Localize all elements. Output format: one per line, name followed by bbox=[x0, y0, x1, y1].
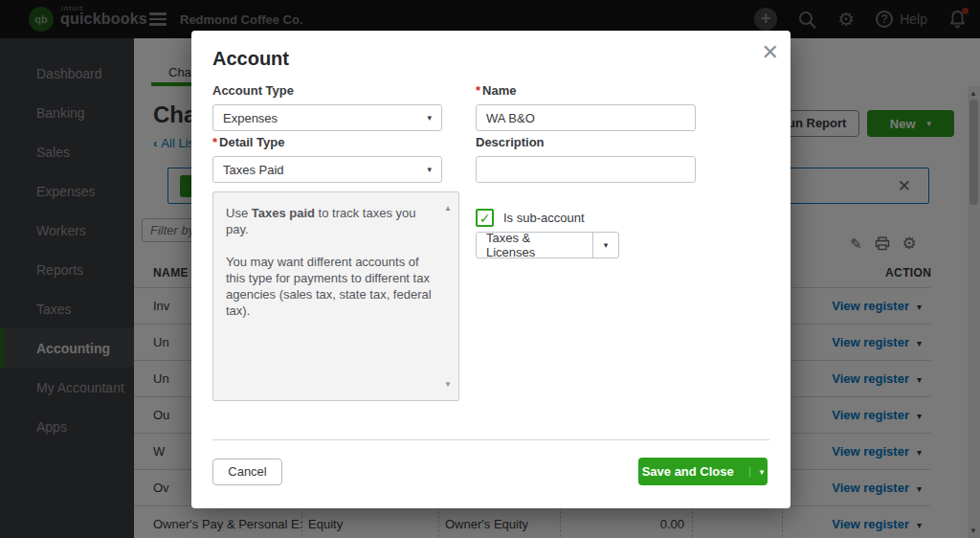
required-asterisk: * bbox=[212, 135, 217, 149]
parent-account-dropdown[interactable]: Taxes & Licenses ▾ bbox=[476, 232, 619, 258]
footer-divider bbox=[212, 439, 769, 440]
detail-type-help-text: ▲ Use Taxes paid to track taxes you pay.… bbox=[212, 191, 459, 401]
is-sub-account-label: Is sub-account bbox=[503, 211, 585, 225]
detail-type-label: *Detail Type bbox=[212, 135, 284, 149]
description-input[interactable] bbox=[476, 156, 696, 183]
is-sub-account-checkbox[interactable]: ✓ bbox=[476, 209, 494, 227]
save-and-close-button[interactable]: Save and Close ▾ bbox=[638, 458, 768, 485]
detail-type-dropdown[interactable]: Taxes Paid ▾ bbox=[212, 156, 442, 183]
account-type-label: Account Type bbox=[212, 83, 294, 98]
name-label: *Name bbox=[476, 83, 516, 98]
caret-down-icon: ▾ bbox=[592, 233, 618, 258]
cancel-button[interactable]: Cancel bbox=[212, 459, 282, 485]
name-input[interactable] bbox=[476, 104, 696, 131]
scroll-down-icon[interactable]: ▼ bbox=[444, 376, 452, 392]
caret-down-icon: ▾ bbox=[749, 467, 765, 477]
scroll-up-icon[interactable]: ▲ bbox=[444, 200, 452, 216]
account-type-dropdown[interactable]: Expenses ▾ bbox=[212, 104, 442, 131]
caret-down-icon: ▾ bbox=[427, 165, 432, 174]
close-icon[interactable]: ✕ bbox=[762, 40, 779, 65]
account-dialog: ✕ Account Account Type Expenses ▾ *Name … bbox=[191, 31, 791, 508]
description-label: Description bbox=[476, 135, 545, 149]
caret-down-icon: ▾ bbox=[427, 113, 432, 123]
required-asterisk: * bbox=[476, 83, 480, 98]
dialog-title: Account bbox=[212, 48, 289, 70]
